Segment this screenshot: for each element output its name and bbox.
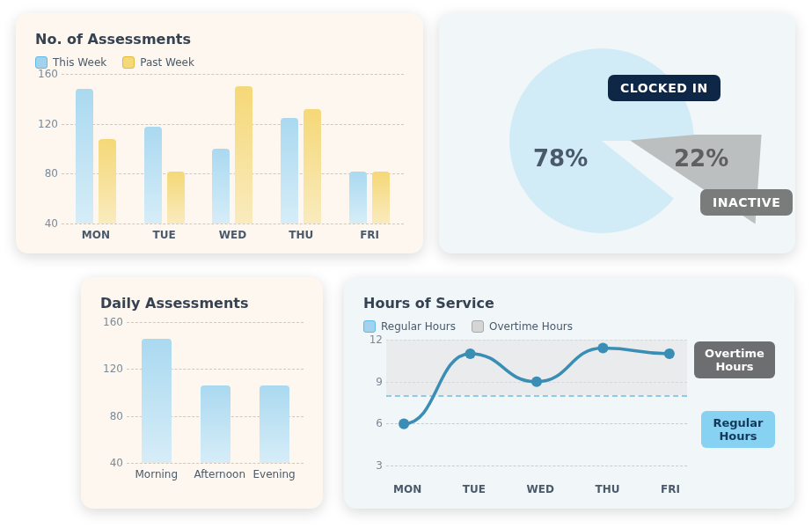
x-label: THU [276, 229, 326, 241]
bar-this-week [76, 89, 93, 224]
bar-group: Afternoon [194, 385, 237, 463]
bar-group: THU [276, 109, 326, 224]
hours-chart: 12963MONTUEWEDTHUFRIOvertime HoursRegula… [386, 340, 687, 476]
x-label: Afternoon [194, 468, 237, 480]
swatch-icon [472, 320, 484, 333]
daily-card: Daily Assessments 1601208040MorningAfter… [81, 277, 323, 509]
x-label: MON [71, 229, 121, 241]
data-point [531, 377, 542, 387]
x-label: THU [596, 483, 620, 495]
y-tick: 3 [363, 459, 383, 472]
pct-inactive: 22% [674, 145, 728, 172]
x-label: FRI [661, 483, 680, 495]
y-tick: 40 [35, 217, 58, 230]
y-tick: 160 [100, 316, 123, 328]
assessments-legend: This Week Past Week [35, 56, 404, 69]
bar-daily [201, 385, 230, 463]
bar-daily [142, 339, 172, 463]
y-tick: 6 [363, 417, 383, 429]
swatch-icon [35, 56, 48, 69]
assessments-title: No. of Assessments [35, 31, 404, 48]
x-label: WED [208, 229, 257, 241]
legend-regular: Regular Hours [363, 320, 456, 333]
swatch-icon [122, 56, 135, 69]
x-label: MON [393, 483, 421, 495]
y-tick: 40 [100, 457, 123, 469]
bar-past-week [235, 86, 252, 224]
swatch-icon [363, 320, 376, 333]
x-label: Evening [253, 468, 296, 480]
bar-past-week [304, 109, 321, 224]
x-label: TUE [463, 483, 486, 495]
data-point [664, 348, 675, 359]
legend-past-week: Past Week [122, 56, 194, 69]
legend-overtime: Overtime Hours [472, 320, 573, 333]
assessments-chart: 1601208040MONTUEWEDTHUFRI [62, 74, 404, 224]
bar-this-week [212, 149, 230, 224]
y-tick: 120 [100, 363, 123, 375]
x-label: WED [527, 483, 554, 495]
bar-this-week [144, 127, 162, 224]
bar-group: WED [208, 86, 257, 224]
data-point [465, 348, 476, 359]
hours-title: Hours of Service [363, 295, 775, 312]
y-tick: 160 [35, 68, 58, 80]
pie-card: CLOCKED IN INACTIVE 78% 22% [439, 13, 795, 253]
pct-clocked-in: 78% [533, 145, 588, 172]
pie-chart: CLOCKED IN INACTIVE 78% 22% [458, 31, 776, 236]
daily-chart: 1601208040MorningAfternoonEvening [127, 322, 304, 463]
regular-badge: Regular Hours [701, 411, 775, 448]
daily-title: Daily Assessments [100, 295, 304, 312]
bar-past-week [99, 139, 116, 224]
y-tick: 80 [100, 410, 123, 422]
clocked-in-badge: CLOCKED IN [608, 75, 721, 101]
bar-daily [260, 385, 289, 463]
legend-this-week: This Week [35, 56, 106, 69]
overtime-badge: Overtime Hours [694, 341, 775, 378]
data-point [597, 343, 608, 354]
x-label: TUE [140, 229, 189, 241]
bar-group: MON [71, 89, 121, 224]
bar-group: Morning [135, 339, 178, 463]
bar-past-week [372, 172, 390, 224]
bar-this-week [349, 172, 367, 224]
x-label: Morning [135, 468, 178, 480]
data-point [399, 419, 409, 429]
y-tick: 12 [363, 334, 383, 346]
assessments-card: No. of Assessments This Week Past Week 1… [16, 13, 423, 253]
bar-this-week [281, 118, 298, 224]
hours-card: Hours of Service Regular Hours Overtime … [344, 277, 794, 509]
bar-group: TUE [140, 127, 189, 224]
line-svg [386, 340, 687, 477]
hours-legend: Regular Hours Overtime Hours [363, 320, 775, 333]
inactive-badge: INACTIVE [700, 189, 793, 216]
bar-past-week [167, 172, 185, 224]
bar-group: FRI [345, 172, 394, 224]
y-tick: 80 [35, 167, 58, 180]
y-tick: 9 [363, 376, 383, 388]
y-tick: 120 [35, 118, 58, 130]
bar-group: Evening [253, 385, 296, 463]
x-label: FRI [345, 229, 394, 241]
